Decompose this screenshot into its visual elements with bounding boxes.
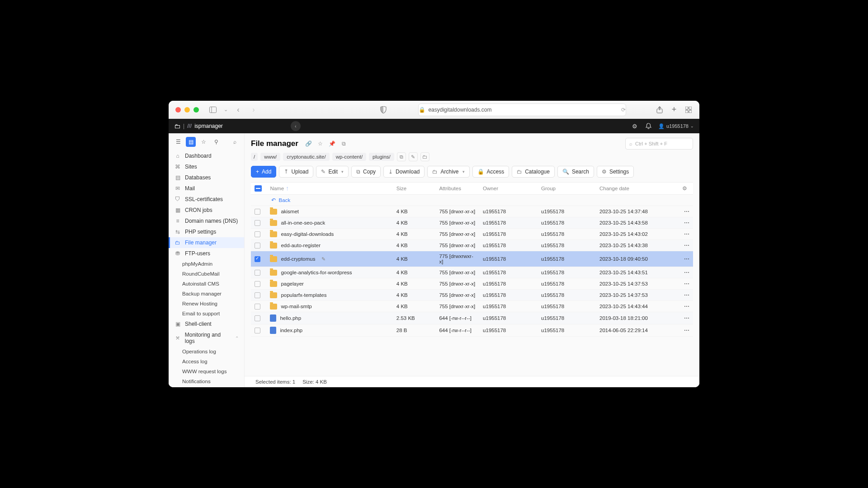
- row-checkbox[interactable]: [255, 292, 260, 298]
- link-icon[interactable]: 🔗: [305, 140, 313, 148]
- edit-button[interactable]: ✎Edit▾: [316, 166, 349, 178]
- select-all-icon[interactable]: [255, 185, 262, 192]
- breadcrumb-segment[interactable]: www/: [260, 153, 280, 161]
- url-bar[interactable]: 🔒 easydigitaldownloads.com ⟳: [418, 103, 626, 116]
- folder-plus-icon[interactable]: 🗀: [420, 152, 429, 161]
- table-row[interactable]: edd-cryptomus✎4 KB775 [drwxrwxr-x]u19551…: [251, 251, 693, 267]
- sidebar-item-sites[interactable]: ⌘Sites: [169, 161, 244, 172]
- catalogue-button[interactable]: 🗀Catalogue: [512, 166, 555, 178]
- pencil-icon[interactable]: ✎: [321, 256, 326, 262]
- table-row[interactable]: akismet4 KB755 [drwxr-xr-x]u1955178u1955…: [251, 206, 693, 217]
- tab-grid-icon[interactable]: [684, 106, 693, 114]
- row-actions-icon[interactable]: ⋯: [679, 301, 693, 312]
- row-checkbox[interactable]: [255, 315, 260, 321]
- sidebar-item-autoinstall-cms[interactable]: Autoinstall CMS: [169, 279, 244, 289]
- row-actions-icon[interactable]: ⋯: [679, 251, 693, 267]
- row-checkbox[interactable]: [255, 270, 260, 276]
- breadcrumb-segment[interactable]: wp-content/: [332, 153, 366, 161]
- menu-icon[interactable]: ☰: [173, 137, 183, 147]
- sidebar-item-notifications[interactable]: Notifications: [169, 376, 244, 386]
- pin-icon[interactable]: ⚲: [211, 137, 221, 147]
- copy-button[interactable]: ⧉Copy: [351, 166, 381, 178]
- upload-button[interactable]: ⤒Upload: [279, 166, 313, 178]
- sidebar-item-roundcubemail[interactable]: RoundCubeMail: [169, 269, 244, 279]
- table-row[interactable]: popularfx-templates4 KB755 [drwxr-xr-x]u…: [251, 290, 693, 301]
- sidebar-item-phpmyadmin[interactable]: phpMyAdmin: [169, 259, 244, 269]
- column-size[interactable]: Size: [393, 183, 436, 195]
- gear-icon[interactable]: ⚙: [631, 122, 638, 130]
- column-group[interactable]: Group: [538, 183, 596, 195]
- sidebar-item-operations-log[interactable]: Operations log: [169, 347, 244, 357]
- sidebar-item-ftp-users[interactable]: ⛃FTP-users: [169, 248, 244, 259]
- table-row[interactable]: hello.php2.53 KB644 [-rw-r--r--]u1955178…: [251, 312, 693, 324]
- row-checkbox[interactable]: [255, 304, 260, 310]
- column-name[interactable]: Name⭡: [266, 183, 392, 195]
- search-button[interactable]: 🔍Search: [557, 166, 594, 178]
- sidebar-item-domain-names-dns-[interactable]: ≡Domain names (DNS): [169, 216, 244, 226]
- column-settings-icon[interactable]: ⚙: [679, 183, 693, 195]
- sidebar-item-dashboard[interactable]: ⌂Dashboard: [169, 150, 244, 161]
- app-logo[interactable]: 🗀 | /// ispmanager: [174, 122, 223, 130]
- list-view-icon[interactable]: ▤: [186, 137, 196, 147]
- row-checkbox[interactable]: [255, 231, 260, 237]
- shield-icon[interactable]: [377, 104, 389, 116]
- sidebar-toggle-icon[interactable]: [207, 104, 219, 116]
- row-actions-icon[interactable]: ⋯: [679, 290, 693, 301]
- sidebar-item-email-to-support[interactable]: Email to support: [169, 309, 244, 319]
- settings-button[interactable]: ⚙Settings: [597, 166, 634, 178]
- table-row[interactable]: all-in-one-seo-pack4 KB755 [drwxr-xr-x]u…: [251, 217, 693, 229]
- nav-back-icon[interactable]: ‹: [232, 104, 244, 116]
- breadcrumb-segment[interactable]: cryptonautic.site/: [283, 153, 329, 161]
- row-actions-icon[interactable]: ⋯: [679, 324, 693, 337]
- reload-icon[interactable]: ⟳: [621, 107, 626, 113]
- row-checkbox[interactable]: [255, 256, 260, 262]
- new-tab-icon[interactable]: +: [670, 106, 678, 114]
- table-row[interactable]: edd-auto-register4 KB755 [drwxr-xr-x]u19…: [251, 240, 693, 251]
- row-actions-icon[interactable]: ⋯: [679, 240, 693, 251]
- sidebar-item-cron-jobs[interactable]: ▦CRON jobs: [169, 205, 244, 216]
- row-actions-icon[interactable]: ⋯: [679, 267, 693, 278]
- chevron-down-icon[interactable]: ⌄: [222, 104, 229, 116]
- row-actions-icon[interactable]: ⋯: [679, 312, 693, 324]
- row-checkbox[interactable]: [255, 328, 260, 333]
- sidebar-item-shell-client[interactable]: ▣ Shell-client: [169, 319, 244, 329]
- star-icon[interactable]: ☆: [198, 137, 208, 147]
- table-row[interactable]: wp-mail-smtp4 KB755 [drwxr-xr-x]u1955178…: [251, 301, 693, 312]
- sidebar-item-www-request-logs[interactable]: WWW request logs: [169, 366, 244, 376]
- breadcrumb-segment[interactable]: plugins/: [369, 153, 394, 161]
- bell-icon[interactable]: [645, 122, 652, 130]
- access-button[interactable]: 🔒Access: [472, 166, 509, 178]
- sidebar-item-databases[interactable]: ▤Databases: [169, 172, 244, 183]
- sidebar-item-backup-manager[interactable]: Backup manager: [169, 289, 244, 299]
- copy-path-icon[interactable]: ⧉: [397, 152, 406, 161]
- row-actions-icon[interactable]: ⋯: [679, 217, 693, 229]
- row-checkbox[interactable]: [255, 209, 260, 215]
- edit-path-icon[interactable]: ✎: [409, 152, 418, 161]
- sidebar-item-monitoring[interactable]: ⤧ Monitoring and logs ⌃: [169, 329, 244, 347]
- sidebar-item-access-log[interactable]: Access log: [169, 357, 244, 366]
- sidebar-item-renew-hosting[interactable]: Renew Hosting: [169, 299, 244, 309]
- sidebar-item-file-manager[interactable]: 🗀File manager: [169, 237, 244, 248]
- archive-button[interactable]: 🗀Archive▾: [427, 166, 469, 178]
- star-icon[interactable]: ☆: [316, 140, 325, 148]
- row-actions-icon[interactable]: ⋯: [679, 278, 693, 290]
- sidebar-item-ssl-certificates[interactable]: ⛉SSL-certificates: [169, 194, 244, 205]
- search-icon[interactable]: ⌕: [230, 137, 240, 147]
- back-row[interactable]: ↶ Back: [251, 195, 693, 206]
- table-row[interactable]: index.php28 B644 [-rw-r--r--]u1955178u19…: [251, 324, 693, 337]
- collapse-sidebar-button[interactable]: ‹: [291, 121, 301, 131]
- row-actions-icon[interactable]: ⋯: [679, 229, 693, 240]
- minimize-window-icon[interactable]: [184, 107, 190, 113]
- table-row[interactable]: google-analytics-for-wordpress4 KB755 [d…: [251, 267, 693, 278]
- pin-icon[interactable]: 📌: [328, 140, 336, 148]
- column-date[interactable]: Change date: [596, 183, 679, 195]
- share-icon[interactable]: [656, 106, 664, 114]
- copy-icon[interactable]: ⧉: [340, 140, 348, 148]
- maximize-window-icon[interactable]: [193, 107, 199, 113]
- table-row[interactable]: easy-digital-downloads4 KB755 [drwxr-xr-…: [251, 229, 693, 240]
- sidebar-item-php-settings[interactable]: ⇆PHP settings: [169, 226, 244, 237]
- row-checkbox[interactable]: [255, 220, 260, 226]
- page-search-input[interactable]: ⌕ Ctrl + Shift + F: [625, 138, 693, 150]
- nav-forward-icon[interactable]: ›: [248, 104, 259, 116]
- user-menu[interactable]: 👤 u1955178 ⌄: [658, 123, 694, 129]
